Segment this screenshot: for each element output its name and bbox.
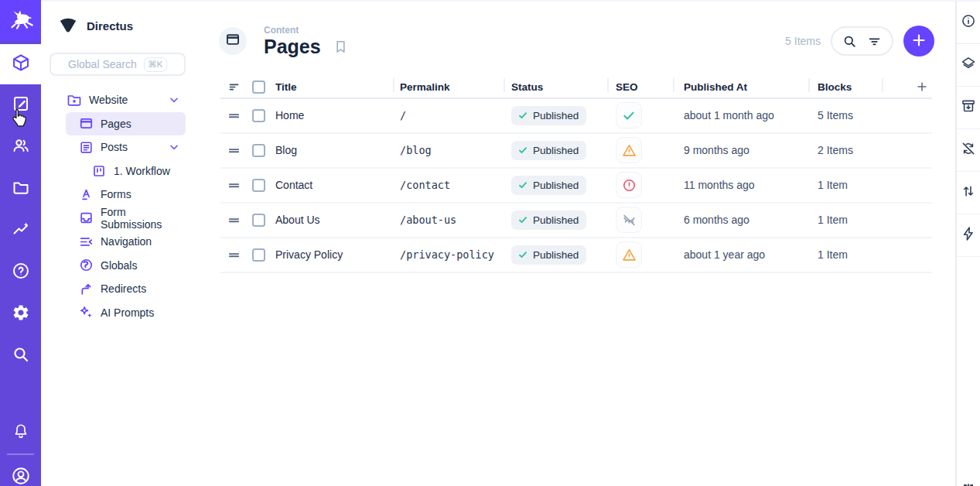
seo-check-icon xyxy=(622,108,636,122)
table-row[interactable]: Privacy Policy /privacy-policy Published xyxy=(220,238,932,273)
drag-handle-icon[interactable] xyxy=(220,214,248,227)
box-icon xyxy=(12,53,30,75)
cell-status: Published xyxy=(504,106,607,125)
module-users[interactable] xyxy=(0,126,41,168)
cell-permalink: / xyxy=(393,109,504,122)
cell-blocks: 1 Item xyxy=(808,214,882,226)
sidebar-item-workflow[interactable]: 1. Workflow xyxy=(66,159,186,183)
sidebar-item-ai-prompts[interactable]: AI Prompts xyxy=(66,301,186,325)
row-checkbox[interactable] xyxy=(252,144,265,157)
cell-published-at: about 1 year ago xyxy=(673,248,808,261)
row-checkbox[interactable] xyxy=(252,179,265,192)
right-sidebar xyxy=(955,0,980,486)
redirect-arrow-icon xyxy=(78,281,94,296)
sidebar-import-export-button[interactable] xyxy=(957,172,980,214)
filter-icon[interactable] xyxy=(867,34,882,49)
status-badge: Published xyxy=(511,176,586,195)
letter-a-icon xyxy=(78,187,94,202)
layers-icon xyxy=(961,56,976,74)
sidebar-info-button[interactable] xyxy=(957,2,980,44)
table-row[interactable]: Home / Published about 1 mo xyxy=(220,99,932,134)
cell-blocks: 2 Items xyxy=(808,144,882,156)
drag-handle-icon[interactable] xyxy=(220,109,248,122)
module-editor[interactable] xyxy=(0,84,41,126)
sidebar-item-redirects[interactable]: Redirects xyxy=(66,277,186,301)
drag-handle-icon[interactable] xyxy=(220,248,248,262)
global-search-placeholder: Global Search xyxy=(68,58,137,70)
drag-handle-icon[interactable] xyxy=(220,179,248,192)
drag-handle-icon[interactable] xyxy=(220,144,248,157)
row-checkbox[interactable] xyxy=(252,214,265,227)
select-all-checkbox[interactable] xyxy=(252,80,265,94)
bookmark-icon[interactable] xyxy=(333,39,348,54)
add-item-button[interactable] xyxy=(903,26,934,56)
cell-title: Home xyxy=(269,109,393,122)
notifications-button[interactable] xyxy=(0,412,41,453)
table-row[interactable]: About Us /about-us Published xyxy=(220,204,932,238)
module-help[interactable] xyxy=(0,252,41,293)
breadcrumb: Content xyxy=(264,25,348,36)
cell-permalink: /contact xyxy=(393,179,504,191)
sidebar-archive-button[interactable] xyxy=(957,87,980,129)
search-icon[interactable] xyxy=(842,34,857,49)
project-name: Directus xyxy=(87,19,133,33)
search-icon xyxy=(12,345,30,367)
sidebar-item-posts[interactable]: Posts xyxy=(66,135,186,159)
seo-state-tile xyxy=(616,172,642,198)
browser-window-icon xyxy=(78,116,94,132)
sidebar-item-navigation[interactable]: Navigation xyxy=(66,230,186,254)
page-title: Pages xyxy=(264,36,321,58)
sidebar-layout-options-button[interactable] xyxy=(957,44,980,87)
cell-permalink: /privacy-policy xyxy=(393,248,504,261)
sync-disabled-icon xyxy=(961,141,976,159)
column-header-seo[interactable]: SEO xyxy=(607,77,673,98)
module-settings[interactable] xyxy=(0,293,41,335)
table-row[interactable]: Contact /contact Published xyxy=(220,169,932,204)
global-search-input[interactable]: Global Search ⌘K xyxy=(50,53,186,76)
column-header-published-at[interactable]: Published At xyxy=(673,77,808,98)
row-checkbox[interactable] xyxy=(252,109,265,122)
sidebar-item-label: Form Submissions xyxy=(101,206,186,231)
page-header: Content Pages 5 Items xyxy=(203,2,955,69)
cell-status: Published xyxy=(504,176,607,195)
chevron-down-icon[interactable] xyxy=(168,94,180,106)
sidebar-item-pages[interactable]: Pages xyxy=(66,112,186,136)
collection-tree: Website Pages xyxy=(66,88,186,324)
sidebar-partial-icon[interactable] xyxy=(961,475,975,486)
status-badge: Published xyxy=(511,210,586,230)
sidebar-flows-button[interactable] xyxy=(957,214,980,257)
cell-title: Privacy Policy xyxy=(269,248,393,261)
column-header-blocks[interactable]: Blocks xyxy=(808,77,882,98)
add-column-button[interactable] xyxy=(882,77,932,98)
sidebar-item-website[interactable]: Website xyxy=(66,88,186,112)
header-actions: 5 Items xyxy=(785,26,934,56)
edit-icon xyxy=(12,94,30,116)
module-files[interactable] xyxy=(0,168,41,210)
column-header-status[interactable]: Status xyxy=(504,77,607,98)
cell-permalink: /about-us xyxy=(393,214,504,226)
seo-warning-icon xyxy=(622,143,637,158)
cell-published-at: about 1 month ago xyxy=(673,109,808,122)
cell-status: Published xyxy=(504,141,607,160)
bolt-icon xyxy=(961,226,976,245)
module-search[interactable] xyxy=(0,335,41,377)
column-header-title[interactable]: Title xyxy=(269,77,393,98)
account-button[interactable] xyxy=(0,455,41,486)
seo-state-tile xyxy=(616,241,642,268)
chevron-down-icon[interactable] xyxy=(168,141,180,153)
column-header-permalink[interactable]: Permalink xyxy=(393,77,504,98)
gear-icon xyxy=(12,303,30,325)
row-checkbox[interactable] xyxy=(252,248,265,262)
manual-sort-toggle[interactable] xyxy=(220,77,248,98)
project-header[interactable]: Directus xyxy=(41,12,203,45)
table-row[interactable]: Blog /blog Published 9 mont xyxy=(220,134,932,169)
module-content-active[interactable] xyxy=(0,44,41,84)
module-insights[interactable] xyxy=(0,210,41,252)
cell-title: Blog xyxy=(269,144,393,156)
plus-icon xyxy=(910,32,927,51)
directus-logo-button[interactable] xyxy=(0,0,41,41)
sidebar-item-forms[interactable]: Forms xyxy=(66,183,186,207)
sidebar-sync-disabled-button[interactable] xyxy=(957,129,980,172)
sidebar-item-globals[interactable]: Globals xyxy=(66,254,186,278)
sidebar-item-form-submissions[interactable]: Form Submissions xyxy=(66,207,186,231)
